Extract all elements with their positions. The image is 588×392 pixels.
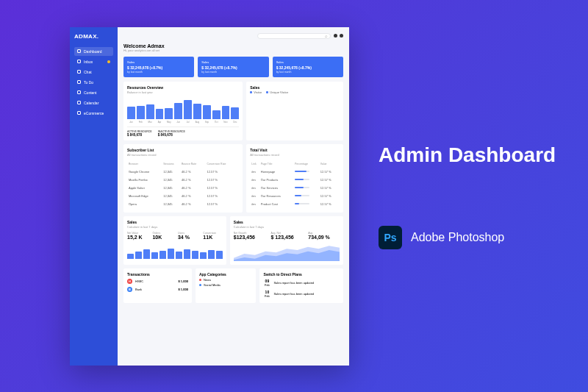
top-icons [334, 34, 343, 38]
badge-icon [107, 60, 110, 63]
nav-icon [77, 60, 81, 63]
transactions-panel: Transactions HHSBC$ 1,000BBank$ 1,000 [123, 268, 192, 303]
table-row[interactable]: Mozilla Firefox12,34546.2 %12.57 % [129, 177, 237, 183]
nav-icon [77, 111, 81, 115]
welcome: Welcome Admax Hi, your analytics are all… [123, 43, 343, 52]
promo-title: Admin Dashboard [379, 143, 588, 167]
nav-item-content[interactable]: Content [74, 88, 113, 97]
topbar [123, 33, 343, 39]
sales-panel: Sales VisitorUnique Visitor [246, 82, 343, 140]
panel-title: Resources Overview [127, 85, 239, 90]
summary-cards: Sales$ 32,245,678 (+8.7%)by last monthSa… [123, 57, 343, 77]
nav-item-to-do[interactable]: To Do [74, 78, 113, 87]
area-chart [234, 243, 340, 261]
transaction-row[interactable]: BBank$ 1,000 [127, 285, 188, 293]
panel-title: Subscriber List [127, 148, 239, 152]
avatar: H [127, 279, 132, 284]
page-title: Welcome Admax [123, 43, 343, 49]
panel-subtitle: Balance in last year [127, 90, 239, 94]
nav-item-calendar[interactable]: Calendar [74, 99, 113, 107]
subscriber-panel: Subscriber List All transactions record … [123, 144, 243, 213]
table-row[interactable]: Opera12,34546.2 %12.57 % [129, 201, 237, 207]
page-subtitle: Hi, your analytics are all set [123, 49, 343, 52]
table-row[interactable]: Microsoft Edge12,34546.2 %12.57 % [129, 193, 237, 199]
nav-icon [77, 80, 81, 84]
plan-item[interactable]: 10FebSales report has been updated [263, 288, 340, 299]
resources-panel: Resources Overview Balance in last year … [123, 82, 243, 140]
table-row[interactable]: /enHomepage12.57 % [251, 168, 338, 175]
table-row[interactable]: Google Chrome12,34546.2 %12.57 % [129, 168, 237, 175]
avatar: B [127, 287, 132, 292]
panel-title: Total Visit [250, 148, 340, 152]
photoshop-icon: Ps [379, 226, 402, 249]
table-row[interactable]: /enOur Resources12.57 % [251, 193, 338, 199]
nav-icon [77, 70, 81, 74]
resources-chart [127, 97, 239, 119]
transaction-row[interactable]: HHSBC$ 1,000 [127, 277, 188, 285]
visit-table: LinkPage TitlePercentageValue/enHomepage… [250, 160, 340, 209]
promo-tool: Ps Adobe Photoshop [379, 226, 588, 249]
sales-small-panel: Sales Calculate in last 7 days Net Value… [123, 216, 226, 265]
search-input[interactable] [257, 33, 331, 39]
visit-panel: Total Visit All transactions record Link… [246, 144, 343, 213]
notification-icon[interactable] [334, 34, 337, 38]
nav-icon [77, 49, 81, 53]
nav-item-chat[interactable]: Chat [74, 68, 113, 76]
table-row[interactable]: /enProduct Cost12.57 % [251, 201, 338, 207]
logo: ADMAX. [74, 33, 113, 40]
nav-item-dashboard[interactable]: Dashboard [74, 47, 113, 56]
promo-area: Admin Dashboard Ps Adobe Photoshop [349, 143, 588, 249]
category-item[interactable]: Social Media [199, 282, 253, 288]
summary-card[interactable]: Sales$ 32,245,678 (+8.7%)by last month [198, 57, 268, 77]
category-item[interactable]: News [199, 277, 253, 282]
main-content: Welcome Admax Hi, your analytics are all… [118, 27, 349, 366]
table-row[interactable]: /enOur Services12.57 % [251, 185, 338, 191]
categories-panel: App Categories NewsSocial Media [196, 268, 257, 303]
nav-item-inbox[interactable]: Inbox [74, 57, 113, 66]
sales-chart [250, 96, 340, 118]
subscriber-table: BrowserSessionsBounce RateConversion Rat… [127, 160, 239, 209]
nav-icon [77, 101, 81, 104]
dashboard-app: ADMAX. DashboardInboxChatTo DoContentCal… [70, 27, 349, 366]
panel-title: Sales [250, 85, 340, 90]
summary-card[interactable]: Sales$ 32,245,678 (+8.7%)by last month [123, 57, 194, 77]
nav-icon [77, 90, 81, 94]
plans-panel: Switch to Direct Plans 09FebSales report… [259, 268, 343, 303]
table-row[interactable]: /enOur Products12.57 % [251, 177, 338, 183]
plan-item[interactable]: 09FebSales report has been updated [263, 277, 340, 288]
sales-area-panel: Sales Calculate in last 7 days Net Growt… [230, 216, 343, 265]
summary-card[interactable]: Sales$ 32,245,678 (+8.7%)by last month [273, 57, 343, 77]
table-row[interactable]: Apple Safari12,34546.2 %12.57 % [129, 185, 237, 191]
avatar[interactable] [340, 34, 343, 38]
sidebar: ADMAX. DashboardInboxChatTo DoContentCal… [70, 27, 118, 366]
nav-item-ecommerce[interactable]: eCommerce [74, 109, 113, 118]
